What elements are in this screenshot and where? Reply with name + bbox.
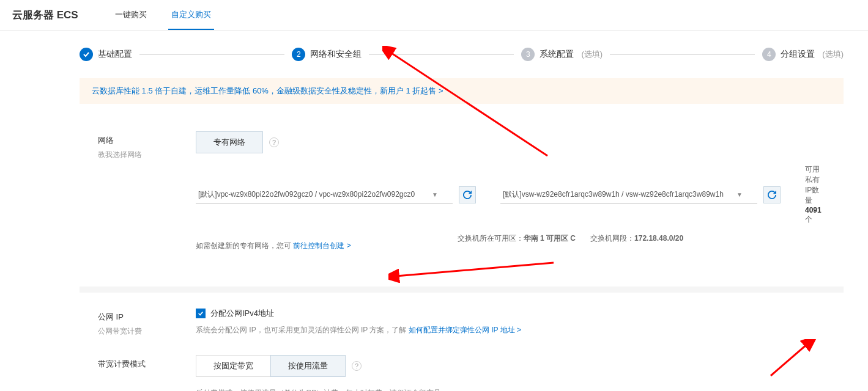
network-type-vpc[interactable]: 专有网络: [196, 131, 263, 153]
public-ip-panel: 公网 IP 公网带宽计费 分配公网IPv4地址 系统会分配公网 IP，也可采用更…: [80, 287, 844, 391]
ip-count: 可用私有IP数量 4091 个: [805, 164, 825, 225]
step-basic[interactable]: 基础配置: [80, 48, 132, 61]
checkbox-label: 分配公网IPv4地址: [210, 308, 274, 319]
help-icon[interactable]: ?: [269, 137, 279, 147]
check-icon: [198, 310, 204, 316]
step-network[interactable]: 2 网络和安全组: [292, 48, 362, 61]
chevron-down-icon: ▼: [736, 191, 743, 198]
step-label: 网络和安全组: [310, 49, 362, 60]
vpc-select[interactable]: [默认]vpc-wz9x80pi22o2fw092gcz0 / vpc-wz9x…: [196, 186, 453, 204]
billing-label: 带宽计费模式: [98, 355, 196, 373]
step-optional: (选填): [581, 49, 603, 60]
refresh-vswitch-button[interactable]: [763, 186, 781, 203]
refresh-vpc-button[interactable]: [459, 186, 476, 203]
step-number: 4: [762, 48, 776, 61]
step-group[interactable]: 4 分组设置 (选填): [762, 48, 844, 61]
step-number: 3: [521, 48, 535, 61]
vswitch-select[interactable]: [默认]vsw-wz92e8cfr1arqc3w89w1h / vsw-wz92…: [500, 186, 757, 204]
chevron-down-icon: ▼: [432, 191, 438, 198]
billing-hint: 后付费模式，按使用流量（单位为GB）计费，每小时扣费。请保证余额充足: [196, 388, 825, 391]
step-label: 基础配置: [98, 49, 132, 60]
step-label: 系统配置: [540, 49, 574, 60]
header-tabs: 一键购买 自定义购买: [112, 0, 214, 30]
check-icon: [80, 48, 93, 61]
step-connector: [369, 54, 514, 55]
public-ip-hint: 系统会分配公网 IP，也可采用更加灵活的弹性公网 IP 方案，了解 如何配置并绑…: [196, 325, 825, 335]
page-header: 云服务器 ECS 一键购买 自定义购买: [0, 0, 868, 31]
public-ip-label: 公网 IP 公网带宽计费: [98, 308, 196, 337]
tab-quick-buy[interactable]: 一键购买: [112, 0, 150, 30]
network-label: 网络 教我选择网络: [98, 131, 196, 160]
step-optional: (选填): [822, 49, 844, 60]
step-indicator: 基础配置 2 网络和安全组 3 系统配置 (选填) 4 分组设置 (选填): [67, 31, 856, 78]
create-vpc-link[interactable]: 前往控制台创建 >: [293, 241, 351, 250]
eip-help-link[interactable]: 如何配置并绑定弹性公网 IP 地址 >: [409, 326, 521, 334]
page-title: 云服务器 ECS: [12, 8, 78, 22]
network-panel: 网络 教我选择网络 专有网络 ? [默认]vpc-wz9x80pi22o2fw0…: [80, 116, 844, 277]
help-icon[interactable]: ?: [352, 361, 362, 371]
billing-mode-group: 按固定带宽 按使用流量: [196, 355, 346, 377]
tab-custom-buy[interactable]: 自定义购买: [168, 0, 214, 30]
step-connector: [610, 54, 755, 55]
billing-traffic[interactable]: 按使用流量: [270, 355, 346, 377]
step-connector: [139, 54, 284, 55]
promo-banner[interactable]: 云数据库性能 1.5 倍于自建，运维工作量降低 60%，金融级数据安全性及稳定性…: [80, 78, 844, 104]
refresh-icon: [768, 191, 776, 199]
billing-fixed[interactable]: 按固定带宽: [196, 355, 270, 377]
step-label: 分组设置: [781, 49, 815, 60]
vswitch-info: 交换机所在可用区：华南 1 可用区 C 交换机网段：172.18.48.0/20: [458, 233, 683, 251]
create-vpc-hint: 如需创建新的专有网络，您可 前往控制台创建 >: [196, 241, 351, 251]
refresh-icon: [463, 191, 472, 199]
assign-ip-checkbox[interactable]: [196, 309, 206, 318]
step-system[interactable]: 3 系统配置 (选填): [521, 48, 603, 61]
step-number: 2: [292, 48, 305, 61]
network-help-link[interactable]: 教我选择网络: [98, 150, 196, 160]
